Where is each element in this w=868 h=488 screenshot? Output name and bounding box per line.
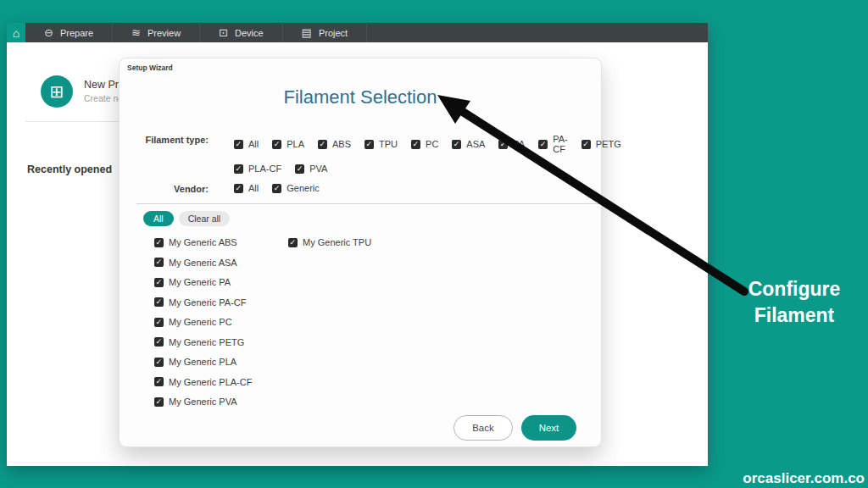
checkbox-checked-icon	[234, 140, 243, 149]
filament-list-left-column: My Generic ABS My Generic ASA My Generic…	[154, 237, 288, 407]
checkbox-label: TPU	[379, 139, 398, 149]
filament-label: My Generic PLA	[169, 357, 236, 367]
checkbox-checked-icon	[288, 238, 298, 247]
home-icon: ⌂	[13, 26, 19, 40]
filament-list-right-column: My Generic TPU	[288, 237, 371, 407]
annotation-text: Configure Filament	[734, 276, 854, 329]
annotation-line1: Configure	[734, 276, 854, 302]
tab-preview[interactable]: ≋ Preview	[113, 23, 200, 42]
checkbox-label: PLA	[287, 139, 304, 149]
filament-checkbox[interactable]: My Generic PA	[154, 277, 288, 287]
filament-checkbox[interactable]: My Generic TPU	[288, 237, 371, 247]
checkbox-checked-icon	[295, 164, 304, 174]
filament-type-checkbox[interactable]: All	[234, 134, 259, 154]
preview-icon: ≋	[131, 27, 141, 38]
filament-type-checkbox[interactable]: ASA	[452, 134, 485, 154]
filament-type-checkbox[interactable]: PC	[411, 134, 438, 154]
filament-checkbox[interactable]: My Generic PA-CF	[154, 297, 288, 308]
checkbox-label: PLA-CF	[248, 164, 281, 174]
filament-label: My Generic PA-CF	[169, 297, 246, 308]
checkbox-checked-icon	[538, 140, 548, 149]
filament-type-checkbox[interactable]: PETG	[581, 134, 621, 154]
filament-label: My Generic PVA	[169, 396, 237, 407]
wizard-heading: Filament Selection	[120, 86, 601, 108]
filament-type-checkbox[interactable]: PA	[498, 134, 525, 154]
next-button[interactable]: Next	[521, 415, 576, 441]
filament-type-label: Filament type:	[120, 134, 209, 145]
checkbox-checked-icon	[364, 140, 374, 149]
filament-type-row-1: Filament type: All PLA	[120, 134, 601, 154]
recently-opened-heading: Recently opened	[27, 164, 112, 175]
filament-label: My Generic PC	[169, 317, 232, 327]
checkbox-checked-icon	[272, 140, 281, 149]
vendor-label: Vendor:	[120, 183, 209, 194]
filament-checkbox[interactable]: My Generic PLA	[154, 357, 288, 367]
filament-type-checkbox[interactable]: ABS	[318, 134, 351, 154]
watermark-site-label: orcaslicer.com.co	[743, 470, 865, 487]
filament-type-checkboxes-2: PLA-CF PVA	[234, 164, 327, 174]
checkbox-label: Generic	[287, 183, 320, 193]
checkbox-label: PC	[426, 139, 438, 149]
checkbox-checked-icon	[318, 140, 327, 149]
filament-label: My Generic TPU	[303, 237, 371, 247]
filament-checkbox[interactable]: My Generic PLA-CF	[154, 377, 288, 387]
tab-preview-label: Preview	[147, 28, 181, 38]
checkbox-checked-icon	[154, 238, 164, 247]
filament-type-checkbox[interactable]: TPU	[364, 134, 398, 154]
new-project-icon: ⊞	[50, 81, 64, 102]
select-all-button[interactable]: All	[143, 211, 174, 226]
filament-type-checkboxes-1: All PLA ABS	[234, 134, 621, 154]
checkbox-checked-icon	[498, 140, 508, 149]
tab-device[interactable]: ⊡ Device	[200, 23, 283, 42]
filament-label: My Generic ABS	[169, 237, 237, 247]
tab-project[interactable]: ▤ Project	[283, 23, 368, 42]
checkbox-checked-icon	[411, 140, 420, 149]
vendor-checkboxes: All Generic	[234, 183, 320, 193]
screenshot-stage: ⌂ ⊖ Prepare ≋ Preview ⊡ Device ▤ Project…	[0, 0, 868, 488]
checkbox-checked-icon	[154, 258, 164, 267]
filament-type-row-2: PLA-CF PVA	[120, 164, 601, 174]
checkbox-checked-icon	[154, 318, 164, 327]
vendor-checkbox[interactable]: All	[234, 183, 259, 193]
filament-label: My Generic PA	[169, 277, 231, 287]
filament-type-checkbox[interactable]: PVA	[295, 164, 327, 174]
filament-checkbox[interactable]: My Generic PC	[154, 317, 288, 327]
home-button[interactable]: ⌂	[7, 23, 25, 42]
vendor-checkbox[interactable]: Generic	[272, 183, 320, 193]
filament-checkbox[interactable]: My Generic ABS	[154, 237, 288, 247]
device-icon: ⊡	[219, 27, 228, 38]
filament-list: My Generic ABS My Generic ASA My Generic…	[154, 237, 601, 407]
section-divider	[136, 203, 601, 204]
dialog-title: Setup Wizard	[120, 58, 601, 75]
vendor-row: Vendor: All Generic	[120, 183, 601, 194]
prepare-icon: ⊖	[44, 27, 53, 38]
checkbox-label: All	[248, 139, 259, 149]
checkbox-checked-icon	[154, 278, 164, 287]
annotation-line2: Filament	[734, 302, 854, 329]
filament-type-checkbox[interactable]: PA-CF	[538, 134, 568, 154]
filament-checkbox[interactable]: My Generic PVA	[154, 396, 288, 407]
tab-prepare-label: Prepare	[60, 28, 93, 38]
new-project-button[interactable]: ⊞	[41, 75, 73, 108]
checkbox-checked-icon	[154, 297, 164, 307]
filament-type-checkbox[interactable]: PLA	[272, 134, 304, 154]
top-toolbar: ⌂ ⊖ Prepare ≋ Preview ⊡ Device ▤ Project	[7, 23, 708, 42]
checkbox-label: PETG	[596, 139, 621, 149]
filament-checkbox[interactable]: My Generic PETG	[154, 337, 288, 347]
filament-type-checkbox[interactable]: PLA-CF	[234, 164, 281, 174]
checkbox-label: ASA	[466, 139, 485, 149]
filament-checkbox[interactable]: My Generic ASA	[154, 258, 288, 268]
clear-all-button[interactable]: Clear all	[179, 211, 231, 226]
checkbox-checked-icon	[452, 140, 461, 149]
checkbox-checked-icon	[272, 184, 281, 193]
checkbox-label: ABS	[332, 139, 351, 149]
checkbox-label: All	[248, 183, 259, 193]
tab-prepare[interactable]: ⊖ Prepare	[25, 23, 113, 42]
filament-label: My Generic PLA-CF	[169, 377, 252, 387]
checkbox-checked-icon	[154, 397, 164, 407]
checkbox-checked-icon	[234, 164, 243, 174]
checkbox-checked-icon	[154, 377, 164, 386]
back-button[interactable]: Back	[453, 415, 513, 441]
checkbox-label: PVA	[309, 164, 327, 174]
tab-project-label: Project	[319, 28, 348, 38]
